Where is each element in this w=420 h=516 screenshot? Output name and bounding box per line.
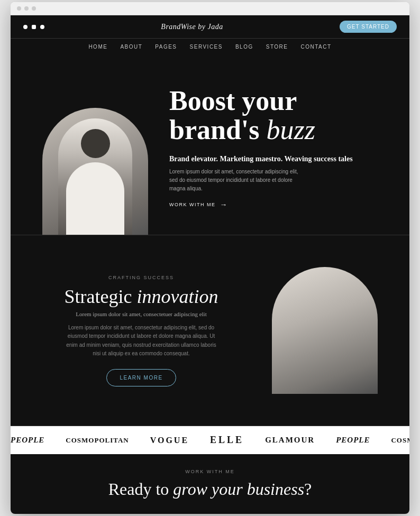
person-silhouette — [58, 118, 132, 235]
social-icon-1[interactable] — [23, 25, 28, 29]
brand-name: BrandWise by Jada — [161, 23, 223, 31]
footer-label: WORK WITH ME — [32, 469, 388, 474]
section2-body: Lorem ipsum dolor sit amet, consectetur … — [62, 324, 221, 358]
browser-chrome — [11, 2, 409, 15]
nav-home[interactable]: HOME — [88, 44, 107, 50]
section2-title: Strategic innovation — [42, 285, 240, 308]
social-icons — [23, 25, 44, 29]
person-body — [66, 162, 124, 235]
social-icon-instagram[interactable] — [32, 25, 36, 29]
hero-section: Boost your brand's buzz Brand elevator. … — [11, 55, 409, 235]
brand-elle-1: ELLE — [210, 435, 244, 446]
arrow-icon: → — [220, 200, 229, 209]
browser-dot-1 — [17, 6, 21, 11]
nav-store[interactable]: STORE — [266, 44, 288, 50]
brands-track: People COSMOPOLITAN VOGUE ELLE GLAMOUR P… — [11, 435, 409, 446]
brand-glamour-1: GLAMOUR — [265, 436, 315, 445]
social-icon-pinterest[interactable] — [40, 25, 44, 29]
footer-teaser: WORK WITH ME Ready to grow your business… — [11, 454, 409, 514]
get-started-button[interactable]: GET STARTED — [340, 21, 397, 33]
hero-body: Lorem ipsum dolor sit amet, consectetur … — [169, 168, 307, 193]
hero-subtitle: Brand elevator. Marketing maestro. Weavi… — [169, 155, 378, 163]
section2-arch — [272, 267, 378, 394]
nav-pages[interactable]: PAGES — [155, 44, 177, 50]
browser-dot-2 — [24, 6, 29, 11]
main-nav: HOME ABOUT PAGES SERVICES BLOG STORE CON… — [11, 38, 409, 55]
hero-image-container — [42, 108, 159, 235]
section2-subtitle: Lorem ipsum dolor sit amet, consectetuer… — [42, 311, 240, 317]
section2-label: CRAFTING SUCCESS — [42, 275, 240, 280]
hero-cta-button[interactable]: WORK WITH ME → — [169, 200, 378, 209]
browser-dot-3 — [32, 6, 36, 11]
footer-title: Ready to grow your business? — [32, 480, 388, 499]
hero-subtitle-block: Brand elevator. Marketing maestro. Weavi… — [169, 155, 378, 209]
nav-about[interactable]: ABOUT — [120, 44, 142, 50]
brand-cosmo-2: COSMOPOLITAN — [391, 436, 409, 445]
section2-text: CRAFTING SUCCESS Strategic innovation Lo… — [42, 275, 240, 386]
brand-vogue-1: VOGUE — [150, 436, 189, 445]
person-head — [81, 129, 110, 158]
section2-photo — [272, 267, 378, 394]
hero-text: Boost your brand's buzz Brand elevator. … — [159, 76, 378, 235]
section2: CRAFTING SUCCESS Strategic innovation Lo… — [11, 235, 409, 426]
section2-image-container — [261, 267, 378, 394]
nav-blog[interactable]: BLOG — [235, 44, 253, 50]
hero-title: Boost your brand's buzz — [169, 87, 378, 144]
brand-people-2: People — [336, 436, 370, 445]
brand-cosmo-1: COSMOPOLITAN — [66, 436, 129, 445]
nav-contact[interactable]: CONTACT — [301, 44, 332, 50]
hero-arch — [42, 108, 148, 235]
hero-photo — [42, 108, 148, 235]
browser-frame: BrandWise by Jada GET STARTED HOME ABOUT… — [11, 2, 409, 514]
brand-people-1: People — [11, 436, 44, 445]
brands-bar: People COSMOPOLITAN VOGUE ELLE GLAMOUR P… — [11, 426, 409, 454]
top-nav: BrandWise by Jada GET STARTED — [11, 15, 409, 38]
learn-more-button[interactable]: LEARN MORE — [106, 369, 176, 386]
nav-services[interactable]: SERVICES — [190, 44, 223, 50]
